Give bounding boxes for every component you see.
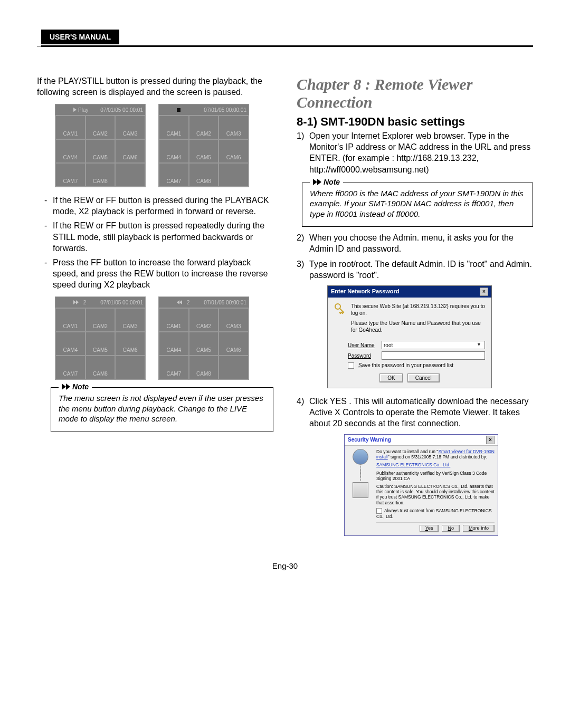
bullet-item: Press the FF button to increase the forw… xyxy=(44,257,273,290)
cam-cell: CAM2 xyxy=(86,308,116,332)
note-legend: Note xyxy=(310,177,343,187)
cam-cell: CAM5 xyxy=(189,139,219,163)
cam-cell: CAM4 xyxy=(159,332,189,356)
cam-cell: CAM7 xyxy=(159,163,189,187)
cam-cell: CAM6 xyxy=(218,139,249,163)
cam-cell: CAM8 xyxy=(86,163,116,187)
cam-cell: CAM4 xyxy=(55,332,86,356)
ok-button[interactable]: OK xyxy=(379,373,403,382)
timestamp: 07/01/05 00:00:01 xyxy=(100,299,143,306)
timestamp: 07/01/05 00:00:01 xyxy=(204,107,246,113)
note-legend: Note xyxy=(59,382,92,391)
cam-cell: CAM7 xyxy=(55,163,86,187)
bullet-item: If the REW or FF button is pressed durin… xyxy=(44,195,273,217)
cam-cell: CAM2 xyxy=(189,308,219,332)
cam-cell: CAM5 xyxy=(189,332,219,356)
play-icon xyxy=(73,108,77,112)
cam-cell: CAM6 xyxy=(218,332,249,356)
arrow-icon: ┆┆┆ xyxy=(358,468,363,479)
cam-cell: CAM1 xyxy=(55,116,86,139)
cam-cell: CAM7 xyxy=(55,356,86,379)
security-title: Security Warning xyxy=(348,436,391,443)
note-box-right: Note Where ff0000 is the MAC address of … xyxy=(302,183,533,227)
globe-icon xyxy=(353,449,368,465)
close-icon[interactable]: × xyxy=(486,436,495,444)
password-label: Password xyxy=(348,352,377,359)
sec-line5: Always trust content from SAMSUNG ELECTR… xyxy=(376,508,495,519)
cam-cell-empty: . xyxy=(218,163,249,187)
cam-cell: CAM1 xyxy=(159,116,189,139)
speed-label: 2 xyxy=(83,299,87,306)
step-1: 1)Open your Internet Explorer web browse… xyxy=(297,130,533,175)
section-title: 8-1) SMT-190DN basic settings xyxy=(297,114,533,129)
key-icon xyxy=(334,303,345,314)
page-number: Eng-30 xyxy=(37,561,533,586)
cam-cell: CAM2 xyxy=(189,116,219,139)
cam-cell: CAM4 xyxy=(159,139,189,163)
stop-icon xyxy=(177,108,180,112)
sec-line1: Do you want to install and run "Smart Vi… xyxy=(376,449,495,459)
play-label: Play xyxy=(78,107,88,113)
left-column: If the PLAY/STILL button is pressed duri… xyxy=(37,75,273,536)
cam-cell: CAM4 xyxy=(55,139,86,163)
step-4: 4)Click YES . This will automatically do… xyxy=(297,396,533,429)
cam-cell: CAM8 xyxy=(189,163,219,187)
username-field[interactable]: root▼ xyxy=(382,341,485,349)
cam-cell: CAM3 xyxy=(115,116,145,139)
cam-cell: CAM2 xyxy=(86,116,116,139)
ff-grid: 2 07/01/05 00:00:01 CAM1 CAM2 CAM3 CAM4 … xyxy=(55,296,146,380)
cam-cell-empty: . xyxy=(218,356,249,379)
close-icon[interactable]: × xyxy=(480,288,488,296)
note-icon xyxy=(62,384,70,390)
play-still-grids: Play 07/01/05 00:00:01 CAM1 CAM2 CAM3 CA… xyxy=(55,104,273,187)
ff-rew-grids: 2 07/01/05 00:00:01 CAM1 CAM2 CAM3 CAM4 … xyxy=(55,296,273,380)
note-label: Note xyxy=(324,177,340,187)
dialog-title: Enter Network Password xyxy=(331,288,400,295)
cam-cell: CAM5 xyxy=(86,139,116,163)
cam-cell: CAM3 xyxy=(115,308,145,332)
step-3: 3)Type in root/root. The default Admin. … xyxy=(297,258,533,281)
play-grid: Play 07/01/05 00:00:01 CAM1 CAM2 CAM3 CA… xyxy=(55,104,146,187)
cam-cell: CAM1 xyxy=(55,308,86,332)
cam-cell-empty: . xyxy=(115,356,145,379)
rew-grid: 2 07/01/05 00:00:01 CAM1 CAM2 CAM3 CAM4 … xyxy=(158,296,249,380)
note-label: Note xyxy=(72,382,89,391)
disk-icon xyxy=(353,482,368,498)
cam-cell: CAM7 xyxy=(159,356,189,379)
note-icon xyxy=(313,179,321,185)
more-info-button[interactable]: More Info xyxy=(463,525,495,532)
chapter-title: Chapter 8 : Remote Viewer Connection xyxy=(297,75,533,111)
cam-cell: CAM8 xyxy=(86,356,116,379)
cam-cell: CAM5 xyxy=(86,332,116,356)
chevron-down-icon[interactable]: ▼ xyxy=(477,342,483,348)
note-box-left: Note The menu screen is not displayed ev… xyxy=(51,387,273,432)
right-column: Chapter 8 : Remote Viewer Connection 8-1… xyxy=(297,75,533,536)
save-checkbox[interactable] xyxy=(348,362,354,369)
no-button[interactable]: No xyxy=(442,525,460,532)
sec-line4: Caution: SAMSUNG ELECTRONICS Co., Ltd. a… xyxy=(376,484,495,505)
password-field[interactable] xyxy=(382,351,485,360)
sec-line3: Publisher authenticity verified by VeriS… xyxy=(376,471,495,481)
still-grid: 07/01/05 00:00:01 CAM1 CAM2 CAM3 CAM4 CA… xyxy=(158,104,249,187)
manual-tab: USER'S MANUAL xyxy=(41,30,119,44)
rew-icon xyxy=(177,300,182,304)
cam-cell: CAM3 xyxy=(218,116,249,139)
dialog-line2: Please type the User Name and Password t… xyxy=(351,320,485,333)
cam-cell: CAM6 xyxy=(115,332,145,356)
cancel-button[interactable]: Cancel xyxy=(407,373,440,382)
password-dialog: Enter Network Password × This secure Web… xyxy=(327,285,492,388)
bullet-item: If the REW or FF button is pressed repea… xyxy=(44,220,273,253)
dialog-line1: This secure Web Site (at 168.219.13.132)… xyxy=(351,303,485,317)
security-dialog: Security Warning × ┆┆┆ Do you want to in… xyxy=(344,434,498,536)
cam-cell: CAM3 xyxy=(218,308,249,332)
intro-text: If the PLAY/STILL button is pressed duri… xyxy=(37,75,273,98)
publisher-link[interactable]: SAMSUNG ELECTRONICS Co., Ltd. xyxy=(376,462,495,467)
timestamp: 07/01/05 00:00:01 xyxy=(204,299,246,306)
yes-button[interactable]: Yes xyxy=(420,525,439,532)
note-text: Where ff0000 is the MAC address of your … xyxy=(310,189,524,218)
cam-cell-empty: . xyxy=(115,163,145,187)
save-label: Save this password in your password list xyxy=(358,362,453,369)
speed-label: 2 xyxy=(187,299,190,306)
note-text: The menu screen is not displayed even if… xyxy=(59,394,263,423)
trust-checkbox[interactable] xyxy=(376,508,382,514)
